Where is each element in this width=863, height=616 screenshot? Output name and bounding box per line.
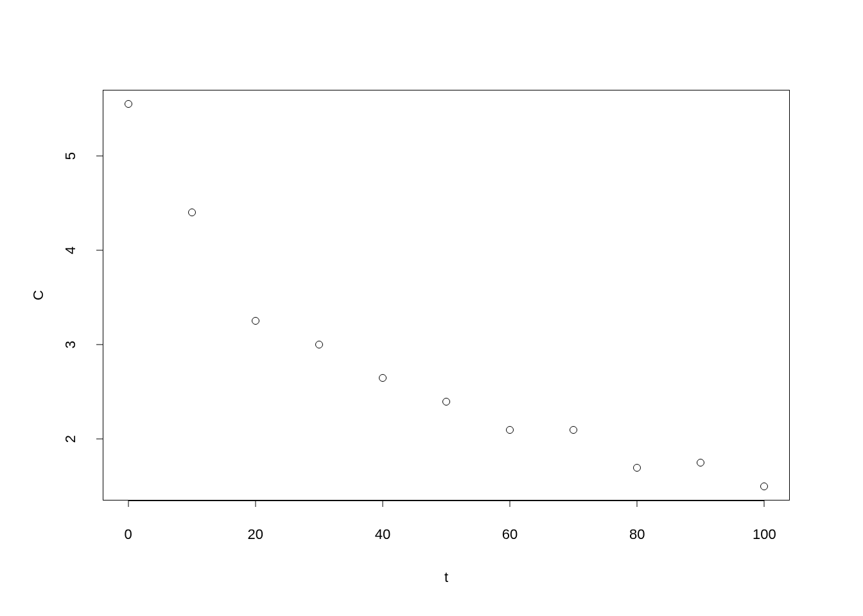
data-point bbox=[379, 374, 387, 382]
x-tick bbox=[128, 501, 128, 507]
x-tick bbox=[255, 501, 256, 507]
x-tick-label: 100 bbox=[753, 526, 776, 543]
y-tick bbox=[96, 439, 103, 440]
data-point bbox=[506, 426, 514, 434]
x-tick bbox=[764, 501, 765, 507]
x-axis-label: t bbox=[444, 569, 448, 586]
y-tick bbox=[96, 250, 103, 251]
y-tick-label: 3 bbox=[62, 341, 79, 348]
data-point bbox=[570, 426, 577, 434]
data-point bbox=[315, 341, 323, 348]
plot-area bbox=[103, 90, 790, 501]
chart-container: 020406080100 2345 t C bbox=[0, 0, 863, 616]
y-tick bbox=[96, 155, 103, 156]
data-point bbox=[188, 209, 196, 216]
x-tick-label: 60 bbox=[502, 526, 518, 543]
x-tick-label: 80 bbox=[629, 526, 645, 543]
data-point bbox=[125, 100, 132, 108]
x-tick-label: 40 bbox=[375, 526, 390, 543]
y-axis-label: C bbox=[30, 290, 47, 300]
x-axis-line bbox=[128, 501, 765, 501]
y-tick bbox=[96, 345, 103, 345]
data-point bbox=[442, 398, 450, 406]
x-tick bbox=[382, 501, 383, 507]
y-axis-line bbox=[103, 156, 103, 439]
x-tick bbox=[510, 501, 510, 507]
data-point bbox=[760, 483, 768, 490]
y-tick-label: 5 bbox=[62, 152, 79, 160]
x-tick-label: 20 bbox=[248, 526, 263, 543]
x-tick bbox=[637, 501, 638, 507]
y-tick-label: 4 bbox=[62, 246, 79, 254]
x-tick-label: 0 bbox=[125, 526, 132, 543]
data-point bbox=[252, 317, 259, 325]
y-tick-label: 2 bbox=[62, 435, 79, 443]
data-point bbox=[633, 464, 641, 472]
data-point bbox=[697, 459, 704, 466]
